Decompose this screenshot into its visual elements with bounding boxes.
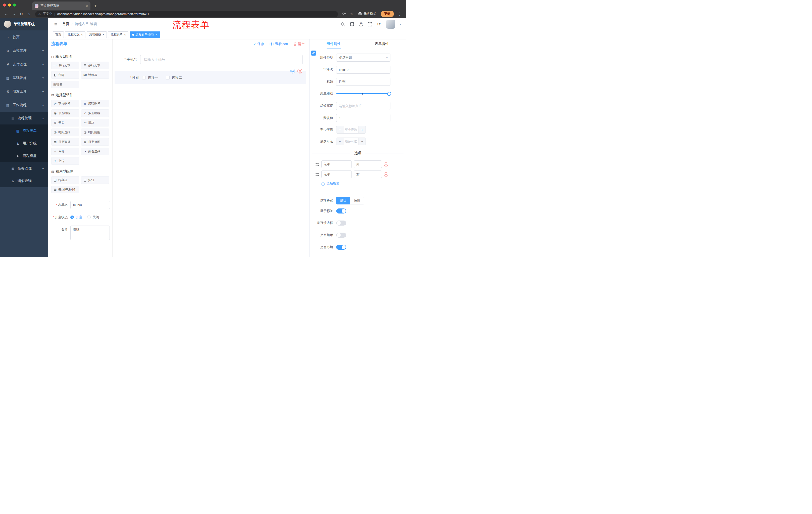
decrease-icon[interactable]: −	[337, 138, 343, 145]
add-option-button[interactable]: + 添加选项	[321, 182, 406, 186]
close-tab-icon[interactable]: ×	[86, 4, 88, 8]
option-2-label-input[interactable]	[321, 170, 352, 178]
gender-checkbox-option-2[interactable]: 选项二	[166, 76, 182, 80]
component-counter[interactable]: 123计数器	[81, 71, 109, 79]
max-stepper[interactable]: − 最多可选 +	[336, 138, 366, 145]
minimize-window-button[interactable]	[8, 3, 11, 6]
breadcrumb-home[interactable]: 首页	[62, 22, 69, 26]
tab-form-props[interactable]: 表单属性	[358, 39, 406, 49]
home-button[interactable]: ⌂	[26, 12, 32, 16]
component-multi-line-text[interactable]: ▤多行文本	[81, 62, 109, 69]
sidebar-item-home[interactable]: ◔ 首页	[0, 30, 48, 44]
component-single-line-text[interactable]: ▭单行文本	[51, 62, 79, 69]
component-row-container[interactable]: ◫行容器	[51, 176, 79, 184]
sidebar-item-system-management[interactable]: ⚙ 系统管理 ▾	[0, 44, 48, 58]
component-switch[interactable]: ⊜开关	[51, 119, 79, 127]
option-1-value-input[interactable]	[354, 160, 382, 168]
sidebar-item-infrastructure[interactable]: ▥ 基础设施 ▾	[0, 71, 48, 85]
component-date-range[interactable]: ▩日期范围	[81, 138, 109, 145]
component-type-select[interactable]: 多选框组 ▾	[336, 54, 390, 62]
copy-component-button[interactable]	[290, 69, 295, 74]
grid-slider[interactable]	[336, 90, 390, 98]
reload-button[interactable]: ↻	[18, 12, 25, 16]
address-bar[interactable]: ⚠ 不安全 | dashboard.yudao.iocoder.cn/bpm/m…	[35, 11, 338, 17]
browser-menu-icon[interactable]: ⋮	[397, 12, 403, 16]
option-1-label-input[interactable]	[321, 160, 352, 168]
back-button[interactable]: ←	[3, 12, 9, 16]
hamburger-icon[interactable]: ≡	[54, 21, 57, 27]
url-text[interactable]: dashboard.yudao.iocoder.cn/bpm/manager/f…	[57, 12, 149, 16]
option-2-value-input[interactable]	[354, 170, 382, 178]
drawing-board[interactable]: *手机号	[113, 49, 309, 257]
disabled-switch[interactable]	[336, 233, 346, 238]
drag-handle-icon[interactable]	[316, 173, 319, 176]
sidebar-item-leave-query[interactable]: ♙ 请假查询	[0, 175, 48, 187]
sidebar-item-user-group[interactable]: ♟ 用户分组	[0, 137, 48, 150]
increase-icon[interactable]: +	[358, 138, 366, 145]
checkbox-box[interactable]	[166, 76, 170, 79]
checkbox-box[interactable]	[142, 76, 146, 79]
component-rate[interactable]: ☆评分	[51, 147, 79, 155]
border-switch[interactable]	[336, 220, 346, 225]
close-tag-icon[interactable]: ×	[103, 33, 105, 36]
drag-handle-icon[interactable]	[316, 163, 319, 166]
bookmark-star-icon[interactable]: ☆	[348, 12, 355, 16]
sidebar-item-process-management[interactable]: ☰ 流程管理 ▴	[0, 112, 48, 125]
tag-home[interactable]: 首页	[53, 31, 64, 38]
close-window-button[interactable]	[3, 3, 6, 6]
component-radio-group[interactable]: ◉单选框组	[51, 109, 79, 117]
tab-component-props[interactable]: 组件属性	[310, 39, 358, 49]
component-time-picker[interactable]: ◷时间选择	[51, 129, 79, 136]
security-label[interactable]: 不安全	[43, 12, 53, 16]
sidebar-item-workflow[interactable]: ▦ 工作流程 ▴	[0, 98, 48, 112]
component-cascader[interactable]: ⋔级联选择	[81, 100, 109, 107]
sidebar-item-payment-management[interactable]: ¥ 支付管理 ▾	[0, 58, 48, 71]
min-stepper[interactable]: − 至少应选 +	[336, 126, 366, 134]
close-tag-icon[interactable]: ×	[124, 33, 126, 36]
slider-handle[interactable]	[387, 92, 391, 96]
component-select[interactable]: ◎下拉选择	[51, 100, 79, 107]
style-default-button[interactable]: 默认	[336, 197, 350, 205]
phone-input[interactable]	[140, 55, 303, 64]
link-icon[interactable]	[311, 51, 316, 56]
component-table[interactable]: ▦表格[开发中]	[51, 186, 79, 193]
component-password[interactable]: ◧密码	[51, 71, 79, 79]
title-input[interactable]	[336, 78, 390, 86]
default-value-input[interactable]	[336, 114, 390, 122]
field-name-input[interactable]	[336, 65, 390, 74]
label-width-input[interactable]	[336, 102, 390, 110]
style-button-button[interactable]: 按钮	[350, 197, 364, 205]
save-button[interactable]: ✓ 保存	[253, 42, 264, 46]
increase-icon[interactable]: +	[358, 126, 366, 133]
show-label-switch[interactable]	[336, 209, 346, 214]
decrease-icon[interactable]: −	[337, 126, 343, 133]
status-radio-on[interactable]: 开启	[70, 215, 82, 219]
help-icon[interactable]: ?	[359, 22, 363, 26]
tag-process-form[interactable]: 流程表单 ×	[108, 31, 128, 38]
component-color-picker[interactable]: ◑颜色选择	[81, 147, 109, 155]
stepper-placeholder[interactable]: 至少应选	[343, 126, 358, 133]
tag-process-model[interactable]: 流程模型 ×	[87, 31, 107, 38]
component-time-range[interactable]: ◶时间范围	[81, 129, 109, 136]
update-button[interactable]: 更新	[381, 11, 394, 17]
component-checkbox-group[interactable]: ☑多选框组	[81, 109, 109, 117]
text-size-icon[interactable]: TT	[377, 22, 380, 26]
component-button[interactable]: ▢按钮	[81, 176, 109, 184]
avatar-caret-down-icon[interactable]: ▾	[400, 23, 401, 26]
gender-checkbox-option-1[interactable]: 选项一	[142, 76, 158, 80]
component-editor[interactable]: 编辑器	[51, 81, 79, 88]
form-name-input[interactable]	[70, 201, 110, 209]
user-avatar[interactable]	[386, 20, 395, 29]
tag-process-definition[interactable]: 流程定义 ×	[65, 31, 85, 38]
component-date-picker[interactable]: ▦日期选择	[51, 138, 79, 145]
new-tab-button[interactable]: +	[94, 3, 97, 9]
password-key-icon[interactable]	[341, 11, 347, 16]
sidebar-item-process-form[interactable]: ▤ 流程表单	[0, 125, 48, 137]
close-tag-icon[interactable]: ×	[156, 33, 158, 36]
tag-process-form-edit[interactable]: 流程表单-编辑 ×	[129, 31, 160, 38]
browser-tab[interactable]: 芋道管理系统 ×	[32, 1, 90, 10]
search-icon[interactable]	[340, 22, 345, 27]
sidebar-item-process-model[interactable]: ➤ 流程模型	[0, 150, 48, 162]
github-icon[interactable]	[349, 22, 354, 27]
canvas-field-gender-selected[interactable]: *性别 选项一 选项二	[115, 71, 306, 84]
